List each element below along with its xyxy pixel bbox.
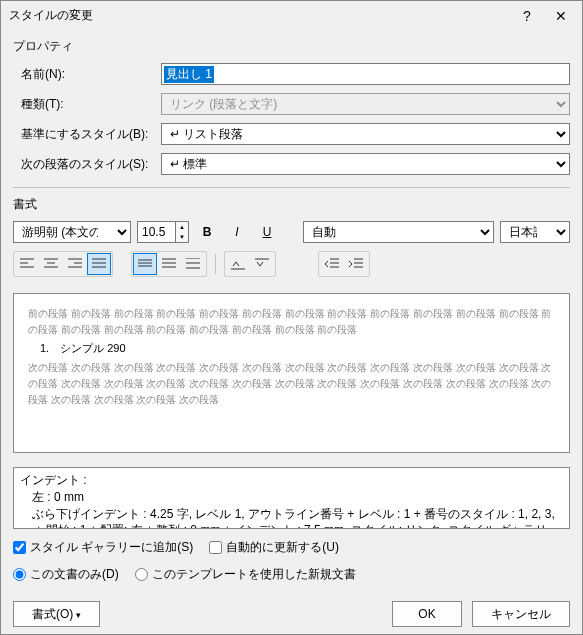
align-right-button[interactable]: [63, 253, 87, 275]
add-gallery-check[interactable]: スタイル ギャラリーに追加(S): [13, 539, 193, 556]
line-space-1-button[interactable]: [133, 253, 157, 275]
next-style-select[interactable]: ↵ 標準: [161, 153, 570, 175]
space-before-dec-button[interactable]: [250, 253, 274, 275]
help-button[interactable]: ?: [514, 8, 540, 24]
close-button[interactable]: ✕: [548, 8, 574, 24]
dialog-title: スタイルの変更: [9, 7, 93, 24]
cancel-button[interactable]: キャンセル: [472, 601, 570, 627]
align-left-button[interactable]: [15, 253, 39, 275]
titlebar: スタイルの変更 ? ✕: [1, 1, 582, 30]
language-select[interactable]: 日本語: [500, 221, 570, 243]
preview-current: 1. シンプル 290: [28, 340, 555, 358]
template-radio[interactable]: このテンプレートを使用した新規文書: [135, 566, 356, 583]
preview-prev: 前の段落 前の段落 前の段落 前の段落 前の段落 前の段落 前の段落 前の段落 …: [28, 306, 555, 338]
type-select: リンク (段落と文字): [161, 93, 570, 115]
name-input[interactable]: [161, 63, 570, 85]
space-before-inc-button[interactable]: [226, 253, 250, 275]
preview-box: 前の段落 前の段落 前の段落 前の段落 前の段落 前の段落 前の段落 前の段落 …: [13, 293, 570, 453]
underline-button[interactable]: U: [255, 221, 279, 243]
font-color-select[interactable]: 自動: [303, 221, 494, 243]
description-box: インデント : 左 : 0 mm ぶら下げインデント : 4.25 字, レベル…: [13, 467, 570, 529]
name-label: 名前(N):: [13, 66, 155, 83]
based-on-label: 基準にするスタイル(B):: [13, 126, 155, 143]
next-style-label: 次の段落のスタイル(S):: [13, 156, 155, 173]
modify-style-dialog: スタイルの変更 ? ✕ プロパティ 名前(N): 見出し 1 種類(T): リン…: [0, 0, 583, 635]
format-toolbar: 游明朝 (本文のフ ▲▼ B I U 自動 日本語: [13, 221, 570, 243]
indent-dec-button[interactable]: [320, 253, 344, 275]
format-button[interactable]: 書式(O): [13, 601, 100, 627]
italic-button[interactable]: I: [225, 221, 249, 243]
bold-button[interactable]: B: [195, 221, 219, 243]
indent-inc-button[interactable]: [344, 253, 368, 275]
size-spinner[interactable]: ▲▼: [175, 221, 189, 243]
auto-update-check[interactable]: 自動的に更新する(U): [209, 539, 339, 556]
align-center-button[interactable]: [39, 253, 63, 275]
based-on-select[interactable]: ↵ リスト段落: [161, 123, 570, 145]
name-value: 見出し 1: [164, 66, 214, 83]
font-select[interactable]: 游明朝 (本文のフ: [13, 221, 131, 243]
line-space-2-button[interactable]: [181, 253, 205, 275]
preview-next: 次の段落 次の段落 次の段落 次の段落 次の段落 次の段落 次の段落 次の段落 …: [28, 360, 555, 408]
doc-only-radio[interactable]: この文書のみ(D): [13, 566, 119, 583]
ok-button[interactable]: OK: [392, 601, 462, 627]
format-section-label: 書式: [13, 187, 570, 213]
type-label: 種類(T):: [13, 96, 155, 113]
size-input[interactable]: [137, 221, 175, 243]
properties-section-label: プロパティ: [13, 38, 570, 55]
paragraph-toolbar: [13, 251, 570, 277]
line-space-15-button[interactable]: [157, 253, 181, 275]
align-justify-button[interactable]: [87, 253, 111, 275]
